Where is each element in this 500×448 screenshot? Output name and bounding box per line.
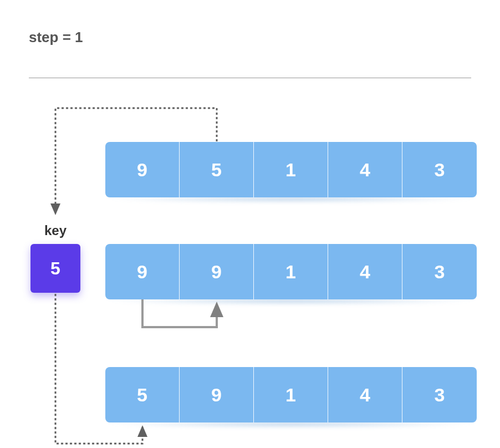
arrow-shift-right	[142, 299, 217, 327]
key-label: key	[30, 223, 80, 238]
divider-line	[29, 78, 471, 78]
array-cell: 3	[402, 367, 477, 422]
array-cell: 4	[328, 142, 402, 197]
array-row-2: 9 9 1 4 3	[105, 244, 477, 299]
array-cell: 5	[180, 142, 254, 197]
key-box: 5	[30, 244, 80, 293]
array-cell: 3	[402, 142, 477, 197]
array-cell: 4	[328, 244, 402, 299]
array-cell: 4	[328, 367, 402, 422]
array-cell: 1	[254, 244, 328, 299]
array-cell: 3	[402, 244, 477, 299]
array-cell: 9	[180, 367, 254, 422]
array-cell: 5	[105, 367, 180, 422]
array-row-1: 9 5 1 4 3	[105, 142, 477, 197]
array-row-3: 5 9 1 4 3	[105, 367, 477, 422]
array-cell: 1	[254, 367, 328, 422]
array-cell: 9	[105, 244, 180, 299]
array-cell: 9	[180, 244, 254, 299]
array-cell: 9	[105, 142, 180, 197]
step-label: step = 1	[29, 29, 83, 46]
array-cell: 1	[254, 142, 328, 197]
